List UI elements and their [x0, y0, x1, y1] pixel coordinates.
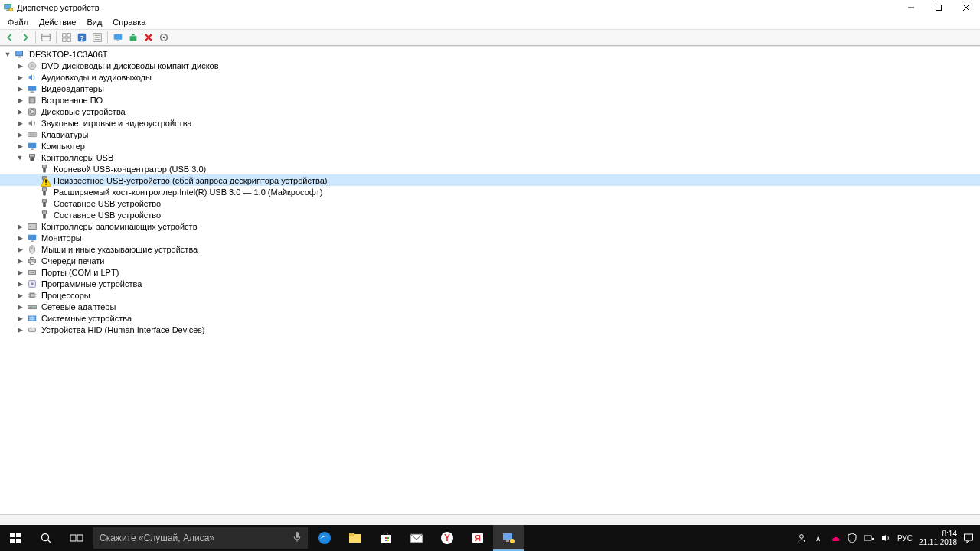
forward-button[interactable]	[18, 31, 32, 44]
properties-icon[interactable]	[90, 31, 104, 44]
tree-item-mouse[interactable]: ▶Мыши и иные указывающие устройства	[0, 243, 980, 255]
action-center-icon[interactable]	[963, 533, 974, 543]
uninstall-icon[interactable]	[142, 31, 155, 44]
expand-icon[interactable]: ▶	[15, 84, 24, 93]
device-tree[interactable]: ▼DESKTOP-1C3A06T▶DVD-дисководы и дисково…	[0, 46, 980, 514]
task-view-icon[interactable]	[61, 525, 92, 551]
grid-icon[interactable]	[60, 31, 74, 44]
expand-icon[interactable]: ▶	[15, 222, 24, 231]
expand-icon[interactable]: ▶	[15, 96, 24, 105]
firmware-icon	[27, 95, 38, 106]
tree-item-usb[interactable]: ▼Контроллеры USB	[0, 152, 980, 163]
tray-chevron-icon[interactable]: ∧	[813, 533, 824, 543]
tray-volume-icon[interactable]	[880, 533, 891, 543]
expand-icon[interactable]: ▶	[15, 130, 24, 139]
expand-icon[interactable]: ▶	[15, 279, 24, 289]
expand-icon[interactable]: ▶	[15, 325, 24, 334]
menu-help[interactable]: Справка	[108, 17, 150, 28]
menu-view[interactable]: Вид	[82, 17, 106, 28]
expand-icon[interactable]: ▶	[15, 119, 24, 128]
expand-icon[interactable]: ▶	[15, 256, 24, 266]
microphone-icon[interactable]	[292, 531, 302, 546]
tray-network-icon[interactable]	[864, 533, 874, 543]
back-button[interactable]	[3, 31, 17, 44]
svg-rect-85	[10, 533, 15, 537]
sound-icon	[27, 118, 38, 129]
app-device-manager[interactable]	[493, 525, 524, 551]
svg-point-110	[510, 539, 514, 543]
help-icon[interactable]: ?	[75, 31, 89, 44]
svg-rect-58	[31, 240, 34, 241]
usbdev-icon	[39, 198, 50, 209]
tree-item-monitor[interactable]: ▶Мониторы	[0, 232, 980, 243]
svg-rect-62	[30, 257, 34, 259]
tree-item-system[interactable]: ▶Системные устройства	[0, 312, 980, 324]
app-explorer[interactable]	[340, 525, 371, 551]
collapse-icon[interactable]: ▼	[3, 50, 12, 59]
tree-item-label: Порты (COM и LPT)	[40, 267, 120, 278]
voice-search-box[interactable]	[93, 527, 308, 549]
tree-item-usb-unknown[interactable]: Неизвестное USB-устройство (сбой запроса…	[0, 174, 980, 186]
expand-icon[interactable]: ▶	[15, 61, 24, 70]
tree-item-video[interactable]: ▶Видеоадаптеры	[0, 83, 980, 94]
app-yandex[interactable]: Y	[432, 525, 462, 551]
search-icon[interactable]	[31, 525, 61, 551]
tree-item-hid[interactable]: ▶Устройства HID (Human Interface Devices…	[0, 324, 980, 335]
tree-item-cpu[interactable]: ▶Процессоры	[0, 289, 980, 301]
tray-language[interactable]: РУС	[897, 534, 913, 543]
tree-item-label: Клавиатуры	[40, 129, 90, 140]
update-driver-icon[interactable]	[126, 31, 140, 44]
expand-icon[interactable]: ▶	[15, 142, 24, 151]
people-icon[interactable]	[796, 533, 807, 543]
scan-hardware-icon[interactable]	[157, 31, 171, 44]
tree-item-printq[interactable]: ▶Очереди печати	[0, 255, 980, 266]
tree-item-disk[interactable]: ▶Дисковые устройства	[0, 106, 980, 117]
expand-icon[interactable]: ▶	[15, 233, 24, 243]
tree-item-usb-hub[interactable]: Корневой USB-концентратор (USB 3.0)	[0, 163, 980, 174]
svg-rect-21	[130, 36, 137, 41]
expand-icon[interactable]: ▶	[15, 73, 24, 82]
app-store[interactable]	[371, 525, 401, 551]
tree-item-sound[interactable]: ▶Звуковые, игровые и видеоустройства	[0, 117, 980, 129]
menu-file[interactable]: Файл	[3, 17, 33, 28]
expand-icon[interactable]: ▶	[15, 268, 24, 277]
svg-rect-10	[67, 34, 70, 37]
tree-item-audio[interactable]: ▶Аудиовходы и аудиовыходы	[0, 71, 980, 83]
tree-item-computer[interactable]: ▶Компьютер	[0, 140, 980, 152]
tray-onedrive-icon[interactable]	[830, 533, 841, 543]
tree-item-net[interactable]: ▶Сетевые адаптеры	[0, 301, 980, 312]
tree-item-usb-comp1[interactable]: Составное USB устройство	[0, 197, 980, 209]
svg-rect-36	[28, 132, 36, 136]
app-edge[interactable]	[309, 525, 340, 551]
tray-clock[interactable]: 8:14 21.11.2018	[919, 530, 957, 546]
expand-icon[interactable]: ▶	[15, 245, 24, 254]
tree-item-label: Встроенное ПО	[40, 95, 104, 106]
tree-item-storage[interactable]: ▶Контроллеры запоминающих устройств	[0, 220, 980, 232]
menu-action[interactable]: Действие	[34, 17, 80, 28]
start-button[interactable]	[0, 525, 31, 551]
svg-point-66	[31, 272, 32, 272]
collapse-icon[interactable]: ▼	[15, 153, 24, 162]
minimize-button[interactable]	[897, 0, 925, 15]
expand-icon[interactable]: ▶	[15, 107, 24, 116]
tree-item-root[interactable]: ▼DESKTOP-1C3A06T	[0, 48, 980, 60]
show-hide-icon[interactable]	[39, 31, 53, 44]
tree-item-ports[interactable]: ▶Порты (COM и LPT)	[0, 266, 980, 278]
tree-item-software[interactable]: ▶Программные устройства	[0, 278, 980, 289]
tree-item-usb-comp2[interactable]: Составное USB устройство	[0, 209, 980, 220]
expand-icon[interactable]: ▶	[15, 302, 24, 311]
tree-item-dvd[interactable]: ▶DVD-дисководы и дисководы компакт-диско…	[0, 60, 980, 71]
tree-item-keyboard[interactable]: ▶Клавиатуры	[0, 129, 980, 140]
voice-search-input[interactable]	[100, 533, 302, 543]
expand-icon[interactable]: ▶	[15, 291, 24, 300]
tray-security-icon[interactable]	[847, 533, 858, 543]
app-mail[interactable]	[401, 525, 432, 551]
tree-item-usb-hostctl[interactable]: Расширяемый хост-контроллер Intel(R) USB…	[0, 186, 980, 197]
app-yandex-browser[interactable]: Я	[462, 525, 493, 551]
svg-point-25	[163, 37, 165, 39]
expand-icon[interactable]: ▶	[15, 314, 24, 323]
tree-item-firmware[interactable]: ▶Встроенное ПО	[0, 94, 980, 106]
maximize-button[interactable]	[925, 0, 952, 15]
close-button[interactable]	[952, 0, 980, 15]
monitor-icon[interactable]	[111, 31, 125, 44]
